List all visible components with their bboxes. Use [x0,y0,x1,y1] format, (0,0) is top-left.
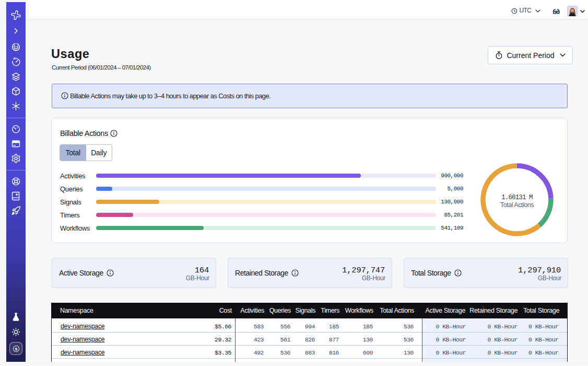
svg-text:$: $ [15,346,17,351]
